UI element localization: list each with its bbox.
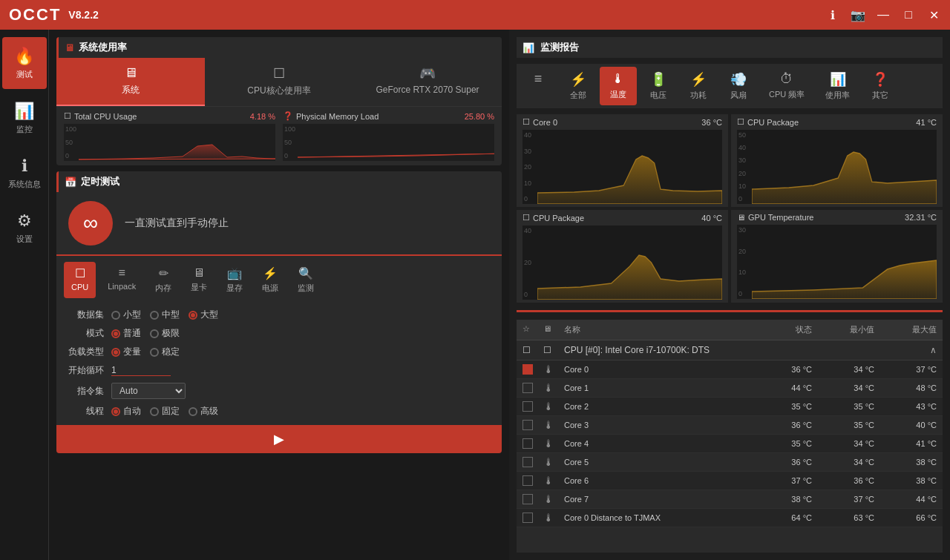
info-button[interactable]: ℹ — [825, 8, 840, 22]
mode-normal[interactable]: 普通 — [111, 327, 141, 340]
row-checkbox-4[interactable] — [522, 438, 533, 449]
instruction-set-select[interactable]: Auto SSE AVX AVX2 AVX512 — [111, 383, 186, 399]
start-loop-input[interactable] — [111, 365, 171, 376]
threads-advanced[interactable]: 高级 — [189, 405, 218, 418]
cpu-freq-icon: ⏱ — [780, 71, 793, 87]
chart-gpu-temp: 🖥 GPU Temperature 32.31 °C 30 20 10 0 — [731, 210, 943, 303]
row-checkbox-8[interactable] — [522, 513, 533, 523]
cpu-usage-text: Total CPU Usage — [74, 112, 137, 121]
dataset-medium[interactable]: 中型 — [150, 309, 180, 321]
row-status-1: 44 °C — [753, 383, 812, 392]
other-tab-label: 其它 — [872, 90, 888, 101]
row-name-0: Core 0 — [564, 365, 750, 374]
cpu-tab-vram[interactable]: 📺 显存 — [219, 262, 250, 298]
chart-core0-header: ☐ Core 0 36 °C — [522, 117, 722, 127]
threads-fixed-radio[interactable] — [150, 407, 159, 416]
cpu-test-tabs: ☐ CPU ≡ Linpack ✏ 内存 🖥 显卡 📺 显存 — [56, 256, 502, 304]
mode-normal-radio[interactable] — [111, 329, 120, 338]
monitor-tab-all[interactable]: ⚡ 全部 — [560, 67, 597, 105]
cpu-tab-linpack[interactable]: ≡ Linpack — [100, 262, 143, 298]
load-stable[interactable]: 稳定 — [150, 346, 180, 358]
row-max-3: 40 °C — [877, 421, 937, 429]
row-checkbox-3[interactable] — [522, 420, 533, 430]
chart-cpu-package2-title: ☐ CPU Package — [522, 213, 584, 223]
cpu-tab-power[interactable]: ⚡ 电源 — [255, 262, 286, 298]
cpu-pkg2-chart-area: 40 20 0 — [522, 225, 722, 300]
row-min-2: 35 °C — [815, 402, 874, 411]
monitor-tab-temp[interactable]: 🌡 温度 — [600, 67, 637, 105]
cpu-tab-memory[interactable]: ✏ 内存 — [148, 262, 179, 298]
mem-chart-y-labels: 100 50 0 — [284, 124, 295, 161]
row-status-3: 36 °C — [753, 421, 812, 429]
threads-fixed[interactable]: 固定 — [150, 405, 180, 418]
dataset-large[interactable]: 大型 — [189, 309, 218, 321]
mode-extreme-radio[interactable] — [150, 329, 159, 338]
dataset-medium-radio[interactable] — [150, 311, 159, 320]
row-checkbox-6[interactable] — [522, 475, 533, 486]
row-checkbox-2[interactable] — [522, 401, 533, 412]
play-button[interactable]: ▶ — [274, 431, 284, 447]
tab-gpu[interactable]: 🎮 GeForce RTX 2070 Super — [353, 58, 502, 106]
monitor-tab-menu[interactable]: ≡ — [520, 67, 557, 105]
chart-cpu-package1: ☐ CPU Package 41 °C 50 40 30 20 10 0 — [731, 114, 943, 207]
row-name-6: Core 6 — [564, 476, 750, 485]
minimize-button[interactable]: — — [876, 8, 891, 22]
row-name-2: Core 2 — [564, 402, 750, 411]
tab-cpu-core[interactable]: ☐ CPU核心使用率 — [205, 58, 353, 106]
table-row: 🌡 Core 2 35 °C 35 °C 43 °C — [517, 398, 943, 416]
threads-auto-radio[interactable] — [111, 407, 120, 416]
infinity-button[interactable]: ∞ — [68, 201, 113, 246]
cpu-tab-cpu[interactable]: ☐ CPU — [64, 262, 96, 298]
group-chevron[interactable]: ∧ — [877, 345, 937, 355]
screenshot-button[interactable]: 📷 — [851, 8, 865, 22]
row-checkbox-1[interactable] — [522, 383, 533, 393]
group-header-icon1: ☐ — [522, 345, 540, 355]
monitor-tab-usage[interactable]: 📊 使用率 — [816, 67, 859, 105]
row-name-8: Core 0 Distance to TJMAX — [564, 513, 750, 522]
app-logo: OCCT — [9, 5, 61, 24]
cpu-pkg2-value: 40 °C — [701, 214, 722, 223]
monitor-tab-other[interactable]: ❓ 其它 — [862, 67, 899, 105]
monitor-tab-power[interactable]: ⚡ 功耗 — [680, 67, 717, 105]
row-checkbox-5[interactable] — [522, 457, 533, 467]
cpu-tab-gpu[interactable]: 🖥 显卡 — [183, 262, 214, 298]
load-variable-radio[interactable] — [111, 348, 120, 357]
row-checkbox-7[interactable] — [522, 494, 533, 504]
maximize-button[interactable]: □ — [901, 8, 916, 22]
sidebar-item-test[interactable]: 🔥 测试 — [2, 37, 47, 89]
dataset-small[interactable]: 小型 — [111, 309, 141, 321]
dataset-label: 数据集 — [68, 309, 104, 321]
start-loop-control — [111, 365, 490, 376]
row-max-0: 37 °C — [877, 365, 937, 374]
load-variable[interactable]: 变量 — [111, 346, 141, 358]
data-table-header: ☆ 🖥 名称 状态 最小值 最大值 — [517, 320, 943, 340]
load-stable-radio[interactable] — [150, 348, 159, 357]
row-status-2: 35 °C — [753, 402, 812, 411]
threads-auto[interactable]: 自动 — [111, 405, 141, 418]
cpu-tab-monitor2[interactable]: 🔍 监测 — [290, 262, 321, 298]
sidebar-item-sysinfo[interactable]: ℹ 系统信息 — [2, 147, 47, 199]
dataset-large-radio[interactable] — [189, 311, 197, 320]
mode-control: 普通 极限 — [111, 327, 490, 340]
monitor-tab-fan[interactable]: 💨 风扇 — [720, 67, 757, 105]
dataset-small-radio[interactable] — [111, 311, 120, 320]
sidebar-item-settings[interactable]: ⚙ 设置 — [2, 202, 47, 254]
row-icon-6: 🌡 — [543, 475, 561, 487]
tab-system[interactable]: 🖥 系统 — [56, 58, 205, 106]
svg-marker-2 — [537, 156, 722, 204]
monitor-tab-voltage[interactable]: 🔋 电压 — [640, 67, 677, 105]
row-min-8: 63 °C — [815, 513, 874, 522]
monitor-tab-cpu-freq[interactable]: ⏱ CPU 频率 — [760, 67, 813, 105]
close-button[interactable]: ✕ — [926, 8, 941, 22]
data-scroll[interactable]: ☐ ☐ CPU [#0]: Intel Core i7-10700K: DTS … — [517, 340, 943, 553]
mode-extreme[interactable]: 极限 — [150, 327, 180, 340]
chart-cpu-package2-header: ☐ CPU Package 40 °C — [522, 213, 722, 223]
row-checkbox-0[interactable] — [522, 364, 533, 375]
row-max-7: 44 °C — [877, 495, 937, 504]
cpu-pkg2-chart-icon: ☐ — [522, 213, 530, 223]
monitor-header: 📊 监测报告 — [517, 37, 943, 58]
threads-advanced-radio[interactable] — [189, 407, 197, 416]
calendar-icon: 📅 — [65, 177, 76, 188]
cpu-pkg1-chart-area: 50 40 30 20 10 0 — [737, 130, 937, 204]
sidebar-item-monitor[interactable]: 📊 监控 — [2, 92, 47, 144]
